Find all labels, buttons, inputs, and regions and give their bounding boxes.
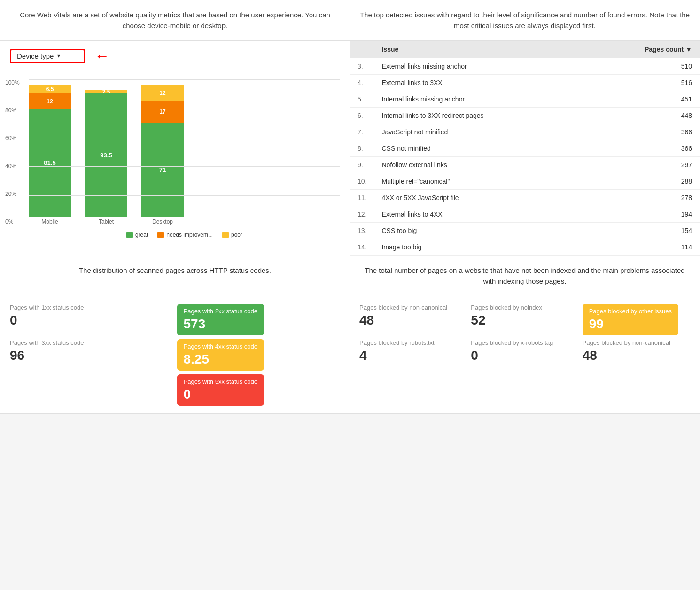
blocked-non-canonical-2-label: Pages blocked by non-canonical [583,339,690,346]
status-2xx: Pages with 2xx status code 573 [177,304,341,335]
device-type-select[interactable]: Device type ▾ [10,49,85,63]
table-row: 12. External links to 4XX 194 [350,206,700,223]
bar-mobile-label: Mobile [41,218,58,225]
row-issue: Internal links to 3XX redirect pages [374,108,586,124]
bar-desktop: 12 17 71 Desktop [141,85,184,225]
status-4xx: Pages with 4xx status code 8.25 [177,339,341,371]
blocked-noindex: Pages blocked by noindex 52 [471,304,578,335]
legend-needs: needs improvem... [157,232,213,238]
blocked-non-canonical: Pages blocked by non-canonical 48 [359,304,467,335]
y-label-0: 0% [5,218,20,225]
index-desc-text: The total number of pages on a website t… [359,265,690,287]
y-label-40: 40% [5,163,20,170]
table-row: 4. External links to 3XX 516 [350,75,700,91]
col-num-header [350,41,374,58]
row-count: 194 [586,206,700,223]
legend-poor-label: poor [231,232,242,238]
blocked-non-canonical-value: 48 [359,313,467,328]
row-count: 114 [586,239,700,256]
table-row: 7. JavaScript not minified 366 [350,124,700,140]
blocked-robots: Pages blocked by robots.txt 4 [359,339,467,363]
bar-tablet-great: 93.5 [85,93,127,217]
row-num: 4. [350,75,374,91]
row-count: 278 [586,190,700,206]
table-row: 6. Internal links to 3XX redirect pages … [350,108,700,124]
legend-great: great [126,232,148,238]
index-desc-card: The total number of pages on a website t… [350,256,700,296]
row-num: 13. [350,223,374,239]
status-3xx: Pages with 3xx status code 96 [10,339,173,371]
bar-mobile-needs: 12 [29,93,71,109]
blocked-other-label: Pages blocked by other issues [589,308,672,315]
left-description-text: Core Web Vitals are a set of website qua… [10,10,340,31]
device-type-label: Device type [17,52,54,60]
red-arrow-icon: ← [94,48,109,63]
row-issue: CSS not minified [374,140,586,157]
issues-table: Issue Pages count ▼ 3. External links mi… [350,41,700,256]
row-num: 14. [350,239,374,256]
row-issue: Image too big [374,239,586,256]
blocked-non-canonical-2: Pages blocked by non-canonical 48 [583,339,690,363]
issues-table-section: Issue Pages count ▼ 3. External links mi… [350,41,700,256]
table-row: 11. 4XX or 5XX JavaScript file 278 [350,190,700,206]
bar-mobile-poor: 6.5 [29,85,71,93]
row-issue: JavaScript not minified [374,124,586,140]
legend-great-label: great [135,232,148,238]
table-row: 14. Image too big 114 [350,239,700,256]
dropdown-arrow-icon: ▾ [57,53,60,59]
http-desc-card: The distribution of scanned pages across… [0,256,350,296]
legend-needs-label: needs improvem... [166,232,213,238]
y-label-80: 80% [5,107,20,114]
status-2xx-label: Pages with 2xx status code [184,308,258,315]
row-issue: Multiple rel="canonical" [374,173,586,190]
row-count: 510 [586,58,700,75]
status-4xx-value: 8.25 [184,352,258,367]
row-count: 366 [586,140,700,157]
legend-poor-swatch [222,232,229,238]
table-row: 10. Multiple rel="canonical" 288 [350,173,700,190]
row-count: 297 [586,157,700,173]
right-description-card: The top detected issues with regard to t… [350,0,700,41]
col-pages-header[interactable]: Pages count ▼ [586,41,700,58]
blocked-noindex-label: Pages blocked by noindex [471,304,578,311]
row-issue: Internal links missing anchor [374,91,586,108]
left-description-card: Core Web Vitals are a set of website qua… [0,0,350,41]
status-5xx [10,374,173,406]
bar-mobile: 6.5 12 81.5 Mobile [29,85,71,225]
blocked-other-issues: Pages blocked by other issues 99 [583,304,690,335]
row-count: 448 [586,108,700,124]
col-issue-header[interactable]: Issue [374,41,586,58]
row-issue: External links to 4XX [374,206,586,223]
row-count: 451 [586,91,700,108]
row-count: 154 [586,223,700,239]
row-count: 516 [586,75,700,91]
row-num: 11. [350,190,374,206]
device-type-section: Device type ▾ ← [0,41,350,75]
row-issue: CSS too big [374,223,586,239]
right-description-text: The top detected issues with regard to t… [359,10,690,31]
legend-great-swatch [126,232,133,238]
row-num: 12. [350,206,374,223]
status-5xx-value: 0 [184,387,258,402]
bar-desktop-needs: 17 [141,101,184,124]
bar-mobile-great: 81.5 [29,109,71,217]
http-desc-text: The distribution of scanned pages across… [10,265,340,276]
status-2xx-value: 573 [184,317,258,332]
row-issue: 4XX or 5XX JavaScript file [374,190,586,206]
row-num: 6. [350,108,374,124]
status-1xx: Pages with 1xx status code 0 [10,304,173,335]
row-issue: Nofollow external links [374,157,586,173]
blocked-robots-value: 4 [359,348,467,363]
blocked-xrobots-label: Pages blocked by x-robots tag [471,339,578,346]
table-row: 5. Internal links missing anchor 451 [350,91,700,108]
bar-chart: 100% 80% 60% 40% 20% 0% [0,75,350,244]
row-num: 9. [350,157,374,173]
y-label-100: 100% [5,79,20,86]
status-5xx-label: Pages with 5xx status code [184,378,258,385]
blocked-other-value: 99 [589,317,672,332]
status-3xx-label: Pages with 3xx status code [10,339,173,346]
blocked-robots-label: Pages blocked by robots.txt [359,339,467,346]
bar-tablet-poor: 2.5 [85,90,127,93]
row-count: 366 [586,124,700,140]
table-row: 13. CSS too big 154 [350,223,700,239]
